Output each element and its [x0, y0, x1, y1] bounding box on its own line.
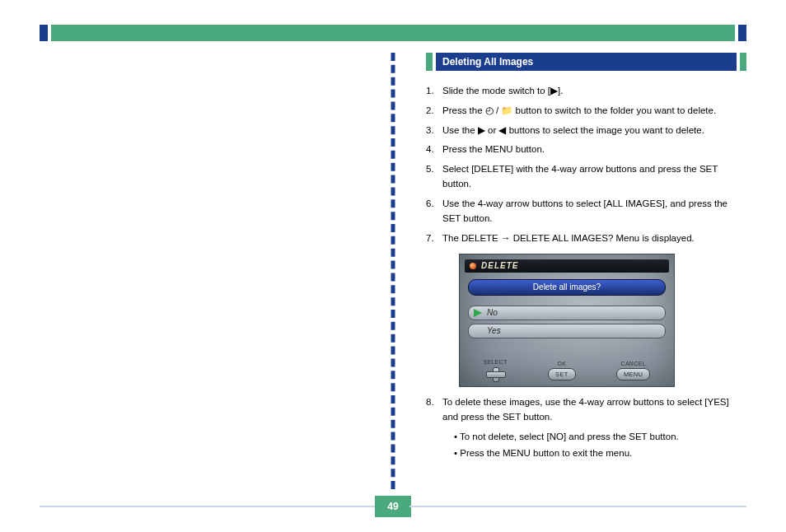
step: 8.To delete these images, use the 4-way …: [426, 395, 746, 462]
section-title: Deleting All Images: [436, 53, 737, 71]
camera-dialog-illustration: DELETE Delete all images? No Yes SELECT …: [459, 254, 746, 387]
dialog-title: DELETE: [465, 259, 669, 273]
step: 6.Use the 4-way arrow buttons to select …: [426, 197, 746, 226]
page-footer: 49: [40, 506, 746, 507]
step: 5.Select [DELETE] with the 4-way arrow b…: [426, 162, 746, 192]
step: 4.Press the MENU button.: [426, 142, 746, 157]
right-column: Deleting All Images 1.Slide the mode swi…: [393, 53, 746, 497]
step: 1.Slide the mode switch to [▶].: [426, 84, 746, 99]
section-header: Deleting All Images: [426, 53, 746, 71]
page-number: 49: [375, 496, 411, 517]
dpad-icon: [485, 366, 505, 381]
footer-set-button: SET: [548, 368, 576, 380]
footer-ok-label: OK: [558, 361, 567, 366]
dialog-option-yes: Yes: [468, 324, 666, 338]
column-divider: [391, 53, 395, 489]
footer-select-label: SELECT: [484, 359, 508, 365]
instruction-steps: 1.Slide the mode switch to [▶].2.Press t…: [426, 84, 746, 245]
dialog-question: Delete all images?: [468, 279, 666, 296]
step: 7.The DELETE → DELETE ALL IMAGES? Menu i…: [426, 231, 746, 246]
dialog-option-no: No: [468, 306, 666, 320]
left-column: [40, 53, 393, 497]
step: 2.Press the ◴ / 📁 button to switch to th…: [426, 104, 746, 119]
footer-menu-button: MENU: [616, 368, 650, 380]
step: 3.Use the ▶ or ◀ buttons to select the i…: [426, 124, 746, 138]
footer-cancel-label: CANCEL: [621, 361, 646, 366]
instruction-steps-after: 8.To delete these images, use the 4-way …: [426, 395, 746, 462]
top-decor-bar: [40, 25, 746, 41]
